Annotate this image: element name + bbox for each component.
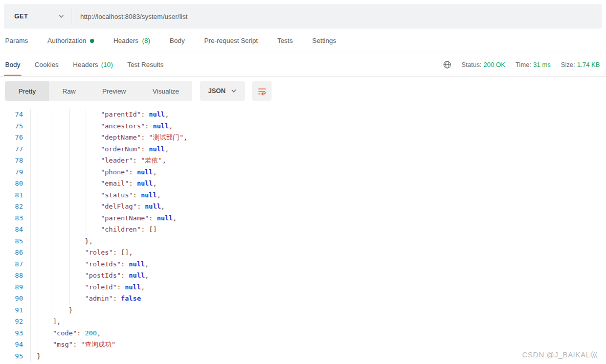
globe-icon[interactable]: [443, 60, 452, 69]
wrap-lines-button[interactable]: [252, 81, 272, 101]
view-pretty[interactable]: Pretty: [5, 81, 49, 101]
json-key: "deptName": [101, 133, 141, 141]
line-text: "code": 200,: [53, 328, 101, 339]
line-number: 91: [0, 305, 31, 316]
request-tab-authorization[interactable]: Authorization: [48, 37, 103, 44]
language-selector[interactable]: JSON: [200, 81, 245, 101]
request-tab-pre-request-script[interactable]: Pre-request Script: [204, 37, 267, 44]
view-raw[interactable]: Raw: [49, 81, 89, 101]
view-preview[interactable]: Preview: [89, 81, 139, 101]
json-value: 200: [85, 329, 97, 337]
json-colon: :: [121, 260, 129, 268]
meta-items-container: Status:200 OKTime:31 msSize:1.74 KB: [462, 61, 600, 69]
response-tab-cookies[interactable]: Cookies: [35, 53, 59, 76]
indent-guide: [53, 224, 69, 236]
line-content: "children": []: [31, 224, 157, 236]
indent-guide: [37, 190, 53, 201]
request-tab-settings[interactable]: Settings: [312, 37, 345, 44]
indent-guide: [69, 132, 85, 144]
view-visualize[interactable]: Visualize: [139, 81, 192, 101]
line-content: "orderNum": null,: [31, 144, 169, 155]
json-key: "orderNum": [101, 145, 141, 153]
json-colon: :: [137, 202, 145, 210]
line-content: "code": 200,: [31, 328, 101, 339]
indent-guide: [69, 190, 85, 201]
wrap-lines-icon: [257, 86, 267, 96]
response-body: 74"parentId": null,75"ancestors": null,7…: [0, 105, 606, 362]
indent-guide: [37, 270, 53, 282]
request-tab-headers[interactable]: Headers(8): [114, 37, 160, 44]
indent-guide: [53, 167, 69, 178]
indent-guide: [37, 339, 53, 351]
tab-label: Headers: [73, 61, 98, 69]
json-comma: ,: [161, 202, 165, 210]
indent-guide: [53, 190, 69, 201]
line-text: "status": null,: [101, 190, 161, 201]
tab-label: Pre-request Script: [204, 37, 258, 44]
code-line: 93"code": 200,: [0, 328, 606, 339]
indent-guide: [53, 201, 69, 213]
code-line: 85},: [0, 236, 606, 247]
response-header: BodyCookiesHeaders(10)Test Results Statu…: [0, 53, 606, 77]
indent-guide: [37, 247, 53, 259]
line-content: "email": null,: [31, 178, 157, 190]
response-tab-test-results[interactable]: Test Results: [127, 53, 164, 76]
indent-guide: [37, 201, 53, 213]
request-tab-params[interactable]: Params: [5, 37, 37, 44]
line-number: 84: [0, 224, 31, 236]
indent-guide: [85, 109, 101, 121]
response-tab-headers[interactable]: Headers(10): [73, 53, 113, 76]
code-line: 83"parentName": null,: [0, 213, 606, 224]
json-comma: ,: [165, 145, 169, 153]
json-key: "ancestors": [101, 122, 145, 130]
json-comma: ,: [153, 179, 157, 187]
line-content: "roles": [],: [31, 247, 133, 259]
json-comma: ,: [162, 156, 166, 164]
json-value: null: [129, 260, 145, 268]
line-text: "roleId": null,: [85, 282, 145, 293]
line-text: "roles": [],: [85, 247, 133, 259]
line-text: "orderNum": null,: [101, 144, 169, 155]
line-content: "admin": false: [31, 293, 141, 305]
request-tab-tests[interactable]: Tests: [277, 37, 302, 44]
indent-guide: [85, 132, 101, 144]
code-line: 92],: [0, 316, 606, 328]
json-value: null: [149, 145, 165, 153]
json-value: [],: [121, 248, 132, 256]
json-value: false: [121, 294, 141, 302]
tab-label: Body: [5, 61, 20, 69]
json-value: }: [37, 352, 41, 360]
json-value: }: [69, 306, 73, 314]
line-text: "children": []: [101, 224, 157, 236]
meta-label: Size:: [561, 61, 575, 69]
json-colon: :: [141, 133, 149, 141]
json-key: "leader": [101, 156, 133, 164]
line-number: 93: [0, 328, 31, 339]
indent-guide: [53, 305, 69, 316]
json-comma: ,: [145, 271, 149, 279]
view-switcher: PrettyRawPreviewVisualize: [5, 81, 192, 101]
request-tab-body[interactable]: Body: [170, 37, 194, 44]
json-key: "phone": [101, 168, 129, 176]
line-content: "postIds": null,: [31, 270, 149, 282]
indent-guide: [53, 121, 69, 132]
json-colon: :: [77, 329, 85, 337]
indent-guide: [53, 132, 69, 144]
url-input[interactable]: http://localhost:8083/system/user/list: [72, 4, 602, 29]
request-tabs: ParamsAuthorizationHeaders(8)BodyPre-req…: [0, 29, 606, 53]
response-tabs: BodyCookiesHeaders(10)Test Results: [5, 53, 178, 76]
code-line: 74"parentId": null,: [0, 109, 606, 121]
indent-guide: [85, 190, 101, 201]
indent-guide: [69, 167, 85, 178]
json-comma: ,: [169, 122, 173, 130]
indent-guide: [37, 144, 53, 155]
line-number: 79: [0, 167, 31, 178]
line-number: 89: [0, 282, 31, 293]
json-value: null: [141, 191, 156, 199]
indent-guide: [37, 178, 53, 190]
response-tab-body[interactable]: Body: [5, 53, 20, 76]
indent-guide: [53, 270, 69, 282]
json-key: "roleId": [85, 283, 117, 291]
method-selector[interactable]: GET: [4, 4, 72, 29]
json-colon: :: [145, 122, 153, 130]
